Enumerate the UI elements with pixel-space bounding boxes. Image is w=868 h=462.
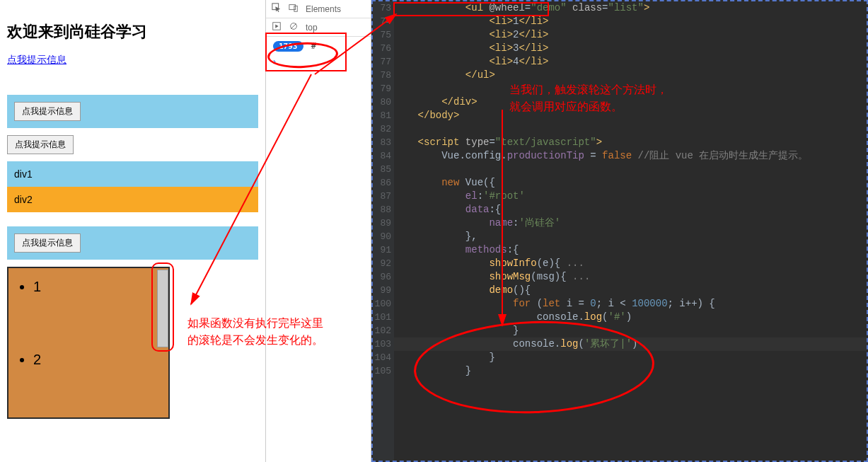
list-item: 1 [33, 279, 168, 295]
line-number: 83 [373, 136, 391, 149]
browser-page: 欢迎来到尚硅谷学习 点我提示信息 点我提示信息 点我提示信息 div1 div2… [0, 0, 265, 462]
list: 1 2 [8, 268, 168, 368]
annotation-circle-scrollbar [151, 262, 174, 352]
code-line[interactable]: <li>4</li> [394, 55, 867, 69]
annotation-text-2: 如果函数没有执行完毕这里 的滚轮是不会发生变化的。 [187, 315, 329, 349]
line-number: 101 [373, 311, 391, 324]
line-number: 89 [373, 216, 391, 230]
line-number: 87 [373, 190, 391, 203]
annotation-box-ul [393, 2, 549, 16]
code-line[interactable]: demo(){ [394, 284, 867, 297]
line-number: 77 [373, 55, 391, 69]
info-button-3[interactable]: 点我提示信息 [14, 233, 81, 253]
line-number: 78 [373, 69, 391, 82]
code-line[interactable]: <li>3</li> [394, 42, 867, 55]
line-number: 75 [373, 28, 391, 42]
svg-line-5 [291, 24, 296, 29]
code-line[interactable]: <li>2</li> [394, 28, 867, 42]
code-line[interactable]: showMsg(msg){ ... [394, 270, 867, 284]
line-number: 76 [373, 42, 391, 55]
line-number: 84 [373, 149, 391, 163]
line-number: 85 [373, 163, 391, 176]
div2-box: div2 [7, 187, 258, 212]
line-number: 104 [373, 351, 391, 364]
devtools-tabs: Elements [266, 0, 371, 18]
blue-box-2: 点我提示信息 [7, 226, 258, 260]
line-number: 80 [373, 96, 391, 109]
code-line[interactable]: }, [394, 230, 867, 243]
code-line[interactable]: new Vue({ [394, 176, 867, 190]
div1-box: div1 [7, 161, 258, 187]
info-button-2[interactable]: 点我提示信息 [7, 135, 74, 154]
inspect-icon[interactable] [272, 3, 282, 15]
line-number: 86 [373, 176, 391, 190]
context-top[interactable]: top [306, 23, 318, 33]
info-button-1[interactable]: 点我提示信息 [14, 102, 81, 121]
blue-box-1: 点我提示信息 [7, 95, 258, 128]
tab-elements[interactable]: Elements [306, 4, 341, 14]
code-line[interactable] [394, 163, 867, 176]
line-number: 90 [373, 230, 391, 243]
code-line[interactable]: <script type="text/javascript"> [394, 136, 867, 149]
code-line[interactable]: for (let i = 0; i < 100000; i++) { [394, 297, 867, 311]
page-title: 欢迎来到尚硅谷学习 [7, 21, 258, 42]
scroll-list-box[interactable]: 1 2 [7, 267, 170, 419]
line-number: 99 [373, 284, 391, 297]
code-line[interactable]: <li>1</li> [394, 15, 867, 28]
list-item: 2 [33, 352, 168, 368]
info-link[interactable]: 点我提示信息 [7, 54, 66, 67]
line-number: 105 [373, 364, 391, 378]
line-number: 102 [373, 324, 391, 337]
line-number: 88 [373, 203, 391, 216]
line-number: 91 [373, 243, 391, 257]
code-line[interactable]: Vue.config.productionTip = false //阻止 vu… [394, 149, 867, 163]
code-line[interactable]: el:'#root' [394, 190, 867, 203]
device-icon[interactable] [289, 3, 299, 15]
play-icon[interactable] [272, 21, 282, 33]
line-number: 96 [373, 270, 391, 284]
line-number: 82 [373, 122, 391, 136]
code-line[interactable]: </ul> [394, 69, 867, 82]
line-number: 79 [373, 82, 391, 96]
line-number: 92 [373, 257, 391, 270]
code-line[interactable]: console.log('#') [394, 311, 867, 324]
code-line[interactable]: showInfo(e){ ... [394, 257, 867, 270]
code-line[interactable] [394, 122, 867, 136]
code-line[interactable]: methods:{ [394, 243, 867, 257]
line-number: 81 [373, 109, 391, 122]
line-number: 73 [373, 1, 391, 15]
line-number: 103 [373, 337, 391, 351]
clear-icon[interactable] [289, 21, 299, 33]
code-area[interactable]: <ul @wheel="demo" class="list"> <li>1</l… [394, 1, 867, 378]
annotation-text-1: 当我们，触发滚轮这个方法时， 就会调用对应的函数。 [509, 81, 722, 115]
line-number: 100 [373, 297, 391, 311]
line-number: 74 [373, 15, 391, 28]
code-line[interactable]: data:{ [394, 203, 867, 216]
code-line[interactable]: name:'尚硅谷' [394, 216, 867, 230]
line-gutter: 7374757677787980818283848586878889909192… [373, 1, 394, 461]
